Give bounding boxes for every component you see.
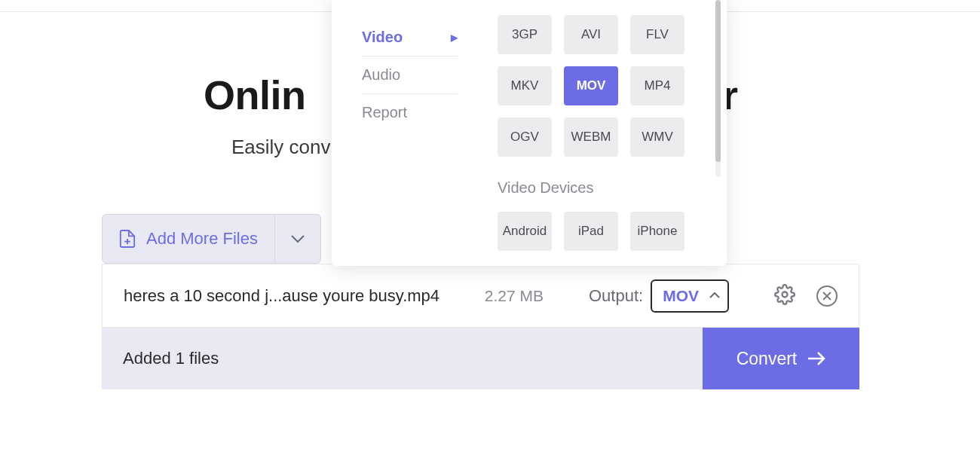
remove-file-button[interactable] bbox=[816, 285, 838, 307]
format-tile-3gp[interactable]: 3GP bbox=[498, 15, 552, 54]
file-size: 2.27 MB bbox=[485, 287, 544, 305]
add-more-files-button[interactable]: Add More Files bbox=[102, 214, 321, 264]
add-files-dropdown[interactable] bbox=[274, 215, 320, 263]
video-devices-label: Video Devices bbox=[498, 179, 712, 197]
scrollbar-track[interactable] bbox=[715, 0, 721, 177]
format-tile-avi[interactable]: AVI bbox=[564, 15, 618, 54]
video-format-grid: 3GP AVI FLV MKV MOV MP4 OGV WEBM WMV bbox=[498, 15, 712, 157]
format-tile-android[interactable]: Android bbox=[498, 212, 552, 251]
sidebar-item-report[interactable]: Report bbox=[362, 94, 458, 131]
sidebar-report-label: Report bbox=[362, 104, 407, 121]
sidebar-item-video[interactable]: Video ▶ bbox=[362, 19, 458, 56]
format-sidebar: Video ▶ Audio Report bbox=[332, 0, 467, 251]
format-tile-webm[interactable]: WEBM bbox=[564, 118, 618, 157]
status-bar: Added 1 files Convert bbox=[102, 328, 859, 389]
file-name: heres a 10 second j...ause youre busy.mp… bbox=[124, 286, 485, 306]
settings-button[interactable] bbox=[774, 284, 795, 308]
format-tile-ipad[interactable]: iPad bbox=[564, 212, 618, 251]
format-popup: Video ▶ Audio Report 3GP AVI FLV MKV MOV… bbox=[332, 0, 727, 266]
format-tile-flv[interactable]: FLV bbox=[630, 15, 684, 54]
format-tile-mp4[interactable]: MP4 bbox=[630, 66, 684, 105]
add-files-main[interactable]: Add More Files bbox=[103, 215, 274, 263]
svg-point-2 bbox=[782, 292, 788, 297]
page-subtitle: Easily conv bbox=[231, 136, 331, 159]
close-icon bbox=[822, 292, 831, 301]
output-format-select[interactable]: MOV bbox=[651, 279, 729, 313]
convert-label: Convert bbox=[737, 349, 798, 369]
chevron-down-icon bbox=[290, 234, 305, 243]
add-files-label: Add More Files bbox=[146, 229, 258, 249]
sidebar-video-label: Video bbox=[362, 29, 403, 46]
device-format-grid: Android iPad iPhone bbox=[498, 212, 712, 251]
output-value: MOV bbox=[663, 287, 699, 305]
sidebar-audio-label: Audio bbox=[362, 66, 400, 84]
chevron-up-icon bbox=[709, 292, 720, 299]
output-label: Output: bbox=[589, 286, 643, 306]
scrollbar-thumb[interactable] bbox=[715, 0, 721, 162]
sidebar-item-audio[interactable]: Audio bbox=[362, 56, 458, 94]
file-row: heres a 10 second j...ause youre busy.mp… bbox=[102, 264, 859, 328]
format-tile-iphone[interactable]: iPhone bbox=[630, 212, 684, 251]
format-tile-mkv[interactable]: MKV bbox=[498, 66, 552, 105]
gear-icon bbox=[774, 284, 795, 305]
arrow-right-icon bbox=[807, 352, 825, 365]
format-main: 3GP AVI FLV MKV MOV MP4 OGV WEBM WMV Vid… bbox=[467, 0, 727, 251]
add-file-icon bbox=[119, 229, 136, 249]
format-tile-ogv[interactable]: OGV bbox=[498, 118, 552, 157]
convert-button[interactable]: Convert bbox=[703, 328, 859, 389]
format-tile-wmv[interactable]: WMV bbox=[630, 118, 684, 157]
triangle-right-icon: ▶ bbox=[451, 32, 458, 43]
page-title: Onlin bbox=[204, 72, 305, 118]
format-tile-mov[interactable]: MOV bbox=[564, 66, 618, 105]
